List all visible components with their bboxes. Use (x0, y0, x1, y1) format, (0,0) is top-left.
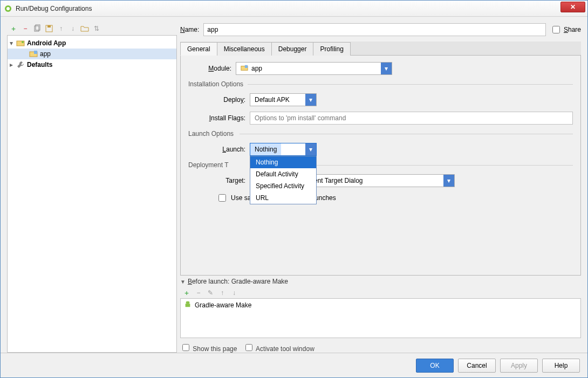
tree-node-defaults[interactable]: ▸ Defaults (8, 59, 176, 70)
gradle-icon (184, 300, 192, 310)
name-label: Name: (180, 26, 199, 33)
svg-rect-9 (34, 51, 37, 54)
module-icon (241, 64, 248, 73)
add-icon[interactable]: ＋ (9, 24, 18, 33)
bottom-checks: Show this page Activate tool window (180, 342, 581, 353)
target-row: Target: ent Target Dialog ▾ (188, 174, 573, 187)
wrench-icon (16, 60, 25, 69)
install-flags-input[interactable] (250, 112, 573, 125)
before-launch-header[interactable]: ▼ Before launch: Gradle-aware Make (180, 278, 581, 285)
launch-option-url[interactable]: URL (250, 192, 316, 204)
before-launch-item[interactable]: Gradle-aware Make (181, 299, 580, 311)
module-icon (29, 50, 38, 58)
ok-button[interactable]: OK (416, 359, 454, 373)
target-label: Target: (203, 177, 245, 184)
launch-combo[interactable]: Nothing ▾ (250, 143, 317, 156)
target-combo[interactable]: ent Target Dialog ▾ (309, 174, 455, 187)
sort-icon[interactable]: ⇅ (92, 24, 101, 33)
copy-icon[interactable] (33, 24, 42, 33)
svg-rect-12 (186, 301, 190, 304)
left-panel: ＋ − ↑ ↓ ⇅ ▾ Android App app (7, 22, 177, 353)
installation-options-label: Installation Options (188, 80, 573, 88)
before-launch-list[interactable]: Gradle-aware Make (180, 298, 581, 338)
collapse-icon[interactable]: ▼ (180, 279, 186, 285)
name-row: Name: Share (180, 22, 581, 37)
install-flags-label: Install Flags: (203, 114, 245, 122)
close-button[interactable]: ✕ (560, 2, 585, 12)
remove-icon[interactable]: − (194, 288, 203, 297)
same-device-row: Use same device for future launches (188, 193, 573, 203)
launch-option-nothing[interactable]: Nothing (250, 156, 316, 168)
config-toolbar: ＋ − ↑ ↓ ⇅ (7, 22, 177, 35)
launch-dropdown[interactable]: Nothing Default Activity Specified Activ… (250, 156, 317, 204)
deploy-value: Default APK (250, 96, 294, 104)
module-label: Module: (188, 65, 231, 72)
chevron-down-icon[interactable]: ▾ (443, 175, 454, 187)
target-value: ent Target Dialog (310, 177, 367, 184)
launch-value: Nothing (250, 143, 281, 155)
titlebar: Run/Debug Configurations ✕ (1, 1, 587, 17)
launch-row: Launch: Nothing ▾ Nothing Default Activi… (188, 143, 573, 156)
before-launch-toolbar: ＋ − ✎ ↑ ↓ (180, 287, 581, 298)
expander-icon[interactable]: ▸ (10, 61, 16, 68)
module-row: Module: app ▾ (188, 62, 573, 75)
move-up-icon[interactable]: ↑ (57, 24, 65, 33)
tab-bar: General Miscellaneous Debugger Profiling (180, 42, 581, 56)
chevron-down-icon[interactable]: ▾ (305, 94, 316, 106)
svg-rect-13 (186, 304, 190, 307)
deploy-combo[interactable]: Default APK ▾ (250, 93, 317, 106)
save-icon[interactable] (45, 24, 53, 33)
launch-option-default-activity[interactable]: Default Activity (250, 168, 316, 180)
tree-label: Android App (27, 39, 66, 47)
tab-debugger[interactable]: Debugger (271, 42, 314, 56)
tree-label: Defaults (27, 61, 52, 68)
chevron-down-icon[interactable]: ▾ (305, 143, 316, 155)
edit-icon[interactable]: ✎ (206, 288, 215, 297)
share-checkbox[interactable]: Share (550, 24, 581, 35)
module-value: app (251, 65, 262, 72)
launch-label: Launch: (203, 146, 245, 153)
expander-icon[interactable]: ▾ (10, 39, 16, 47)
module-combo[interactable]: app ▾ (236, 62, 392, 75)
move-down-icon[interactable]: ↓ (69, 24, 77, 33)
window-title: Run/Debug Configurations (16, 5, 584, 12)
tree-label: app (40, 50, 51, 58)
cancel-button[interactable]: Cancel (458, 359, 496, 373)
config-tree[interactable]: ▾ Android App app ▸ Defaults (7, 35, 177, 353)
svg-point-1 (6, 7, 10, 10)
svg-point-7 (22, 41, 24, 43)
install-flags-row: Install Flags: (188, 112, 573, 125)
deploy-row: Deploy: Default APK ▾ (188, 93, 573, 106)
name-input[interactable] (203, 23, 546, 36)
add-icon[interactable]: ＋ (182, 288, 191, 297)
svg-rect-5 (47, 25, 51, 28)
launch-options-label: Launch Options (188, 130, 573, 138)
dialog-footer: OK Cancel Apply Help (1, 353, 587, 377)
tab-general[interactable]: General (180, 42, 217, 56)
share-check[interactable] (552, 26, 560, 33)
tree-node-app[interactable]: app (8, 49, 176, 59)
launch-option-specified-activity[interactable]: Specified Activity (250, 180, 316, 192)
deploy-label: Deploy: (203, 96, 245, 104)
chevron-down-icon[interactable]: ▾ (381, 63, 392, 74)
folder-icon[interactable] (80, 24, 89, 33)
svg-rect-11 (245, 65, 248, 67)
apply-button[interactable]: Apply (500, 359, 538, 373)
same-device-checkbox[interactable] (218, 194, 226, 202)
show-page-checkbox[interactable]: Show this page (180, 342, 237, 353)
tab-general-content: Module: app ▾ Installation Options Deplo… (180, 56, 581, 276)
help-button[interactable]: Help (542, 359, 580, 373)
before-launch-section: ▼ Before launch: Gradle-aware Make ＋ − ✎… (180, 278, 581, 353)
android-app-icon (16, 39, 25, 47)
deployment-target-options-label: Deployment T (188, 161, 573, 169)
tree-node-android-app[interactable]: ▾ Android App (8, 38, 176, 49)
remove-icon[interactable]: − (21, 24, 30, 33)
move-up-icon[interactable]: ↑ (218, 288, 227, 297)
content: ＋ − ↑ ↓ ⇅ ▾ Android App app (1, 17, 587, 353)
before-launch-item-label: Gradle-aware Make (195, 301, 251, 309)
tab-profiling[interactable]: Profiling (313, 42, 350, 56)
tab-miscellaneous[interactable]: Miscellaneous (217, 42, 272, 56)
right-panel: Name: Share General Miscellaneous Debugg… (180, 22, 581, 353)
move-down-icon[interactable]: ↓ (230, 288, 238, 297)
activate-tool-checkbox[interactable]: Activate tool window (243, 342, 314, 353)
